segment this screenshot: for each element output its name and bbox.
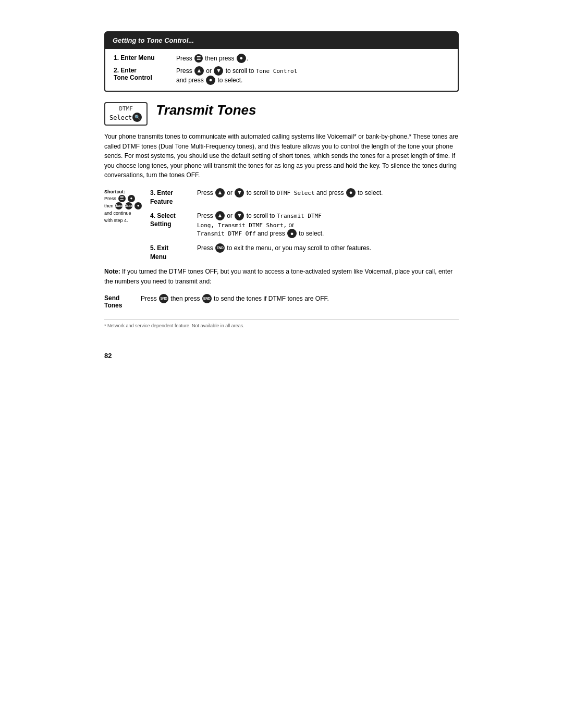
getting-table: 1. Enter Menu Press ☰ then press ●. 2. E… (104, 49, 459, 92)
getting-step-1-desc: Press ☰ then press ●. (176, 54, 449, 64)
dtmf-select-row: Select 🔍 (109, 113, 142, 122)
shortcut-box: Shortcut: Press ☰ ● then 3abc 3abc ● and… (104, 189, 146, 225)
getting-box-header: Getting to Tone Control... (104, 31, 459, 49)
send-tones-row: SendTones Press SND then press END to se… (104, 294, 459, 309)
getting-step-2-desc: Press ▲ or ▼ to scroll to Tone Controlan… (176, 67, 449, 85)
step-5-row: 5. ExitMenu Press END to exit the menu, … (150, 244, 459, 262)
shortcut-ok2-icon: ● (134, 202, 142, 209)
ok-icon-1: ● (237, 54, 246, 63)
shortcut-line3: and continue (104, 210, 146, 217)
ok-icon-2: ● (206, 76, 215, 85)
dtmf-label: DTMF (109, 105, 142, 112)
shortcut-3b-icon: 3abc (125, 202, 132, 209)
step-4-row: 4. SelectSetting Press ▲ or ▼ to scroll … (150, 212, 459, 239)
dtmf-search-icon: 🔍 (132, 113, 142, 122)
section-title: Transmit Tones (156, 102, 459, 118)
page-number: 82 (104, 352, 112, 360)
step3-up-icon: ▲ (215, 188, 225, 198)
shortcut-3a-icon: 3abc (115, 202, 123, 209)
step-3-label: 3. EnterFeature (150, 189, 197, 206)
step5-end-icon: END (215, 243, 225, 253)
shortcut-menu-icon: ☰ (118, 195, 126, 202)
shortcut-line4: with step 4. (104, 217, 146, 225)
steps-area: 3. EnterFeature Press ▲ or ▼ to scroll t… (150, 189, 459, 267)
dtmf-box: DTMF Select 🔍 (104, 102, 148, 126)
step-3-row: 3. EnterFeature Press ▲ or ▼ to scroll t… (150, 189, 459, 206)
step-5-label: 5. ExitMenu (150, 244, 197, 262)
send-label: SendTones (104, 294, 141, 309)
shortcut-line1: Press ☰ ● (104, 195, 146, 203)
step4-down-icon: ▼ (235, 211, 244, 220)
getting-step-1-label: 1. Enter Menu (114, 54, 176, 61)
body-text: Your phone transmits tones to communicat… (104, 132, 459, 180)
step3-down-icon: ▼ (235, 188, 244, 198)
dtmf-select-label: Select (109, 114, 132, 121)
step-4-label: 4. SelectSetting (150, 212, 197, 229)
step3-ok-icon: ● (346, 188, 356, 198)
send-content: Press SND then press END to send the ton… (141, 294, 459, 304)
getting-step-2: 2. EnterTone Control Press ▲ or ▼ to scr… (114, 67, 449, 85)
step4-ok-icon: ● (287, 229, 297, 238)
section-header: DTMF Select 🔍 Transmit Tones (104, 102, 459, 126)
getting-to-box: Getting to Tone Control... 1. Enter Menu… (104, 31, 459, 92)
down-icon: ▼ (214, 66, 223, 76)
step4-up-icon: ▲ (215, 211, 225, 220)
shortcut-line2: then 3abc 3abc ● (104, 203, 146, 210)
step-4-content: Press ▲ or ▼ to scroll to Transmit DTMFL… (197, 212, 459, 239)
getting-step-1: 1. Enter Menu Press ☰ then press ●. (114, 54, 449, 64)
step-5-content: Press END to exit the menu, or you may s… (197, 244, 459, 253)
step-3-content: Press ▲ or ▼ to scroll to DTMF Select an… (197, 189, 459, 198)
send-end-icon: END (202, 294, 212, 303)
getting-box-title: Getting to Tone Control... (113, 36, 194, 44)
shortcut-ok-icon: ● (128, 195, 135, 202)
getting-step-2-label: 2. EnterTone Control (114, 67, 176, 81)
note-text: Note: If you turned the DTMF tones OFF, … (104, 267, 459, 286)
menu-icon: ☰ (194, 54, 203, 63)
send-icon: SND (159, 294, 168, 303)
shortcut-steps-area: Shortcut: Press ☰ ● then 3abc 3abc ● and… (104, 189, 459, 267)
footnote: * Network and service dependent feature.… (104, 319, 459, 328)
shortcut-label: Shortcut: (104, 189, 146, 196)
page-content: Getting to Tone Control... 1. Enter Menu… (104, 31, 459, 328)
up-icon: ▲ (194, 66, 204, 76)
